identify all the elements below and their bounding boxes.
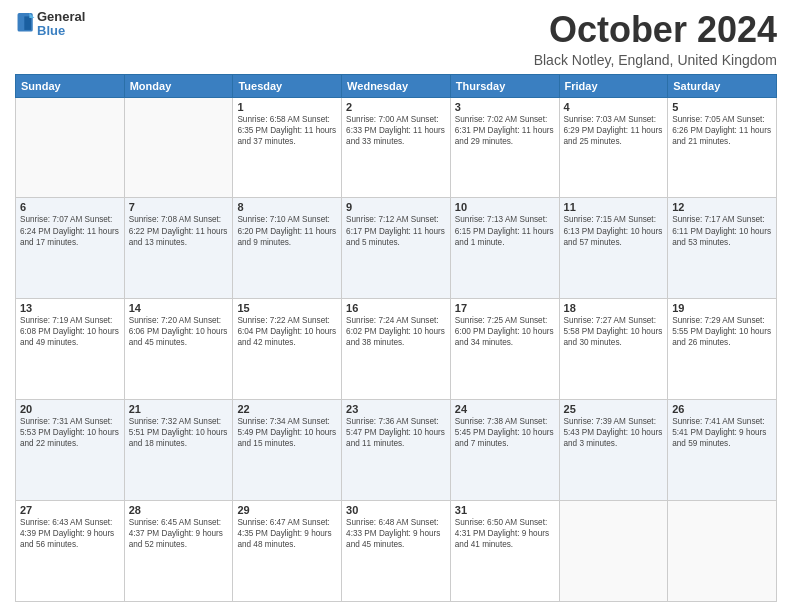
day-number: 20 — [20, 403, 120, 415]
logo: General Blue — [15, 10, 85, 39]
day-number: 13 — [20, 302, 120, 314]
weekday-header-sunday: Sunday — [16, 74, 125, 97]
title-area: October 2024 Black Notley, England, Unit… — [534, 10, 777, 68]
calendar-day-cell — [16, 97, 125, 198]
weekday-header-tuesday: Tuesday — [233, 74, 342, 97]
calendar-table: SundayMondayTuesdayWednesdayThursdayFrid… — [15, 74, 777, 602]
calendar-day-cell: 29Sunrise: 6:47 AM Sunset: 4:35 PM Dayli… — [233, 501, 342, 602]
calendar-day-cell: 17Sunrise: 7:25 AM Sunset: 6:00 PM Dayli… — [450, 299, 559, 400]
day-info: Sunrise: 7:22 AM Sunset: 6:04 PM Dayligh… — [237, 315, 337, 348]
day-number: 11 — [564, 201, 664, 213]
day-info: Sunrise: 7:32 AM Sunset: 5:51 PM Dayligh… — [129, 416, 229, 449]
day-info: Sunrise: 7:24 AM Sunset: 6:02 PM Dayligh… — [346, 315, 446, 348]
weekday-header-saturday: Saturday — [668, 74, 777, 97]
day-info: Sunrise: 6:47 AM Sunset: 4:35 PM Dayligh… — [237, 517, 337, 550]
day-info: Sunrise: 7:19 AM Sunset: 6:08 PM Dayligh… — [20, 315, 120, 348]
calendar-day-cell — [668, 501, 777, 602]
calendar-week-row: 27Sunrise: 6:43 AM Sunset: 4:39 PM Dayli… — [16, 501, 777, 602]
subtitle: Black Notley, England, United Kingdom — [534, 52, 777, 68]
day-info: Sunrise: 7:12 AM Sunset: 6:17 PM Dayligh… — [346, 214, 446, 247]
day-info: Sunrise: 7:39 AM Sunset: 5:43 PM Dayligh… — [564, 416, 664, 449]
weekday-header-thursday: Thursday — [450, 74, 559, 97]
day-info: Sunrise: 7:27 AM Sunset: 5:58 PM Dayligh… — [564, 315, 664, 348]
day-number: 16 — [346, 302, 446, 314]
calendar-day-cell: 13Sunrise: 7:19 AM Sunset: 6:08 PM Dayli… — [16, 299, 125, 400]
day-info: Sunrise: 7:02 AM Sunset: 6:31 PM Dayligh… — [455, 114, 555, 147]
day-number: 12 — [672, 201, 772, 213]
calendar-day-cell: 18Sunrise: 7:27 AM Sunset: 5:58 PM Dayli… — [559, 299, 668, 400]
logo-general: General — [37, 10, 85, 24]
day-info: Sunrise: 7:07 AM Sunset: 6:24 PM Dayligh… — [20, 214, 120, 247]
day-number: 5 — [672, 101, 772, 113]
day-number: 26 — [672, 403, 772, 415]
day-number: 19 — [672, 302, 772, 314]
calendar-day-cell: 27Sunrise: 6:43 AM Sunset: 4:39 PM Dayli… — [16, 501, 125, 602]
calendar-day-cell: 10Sunrise: 7:13 AM Sunset: 6:15 PM Dayli… — [450, 198, 559, 299]
calendar-week-row: 6Sunrise: 7:07 AM Sunset: 6:24 PM Daylig… — [16, 198, 777, 299]
calendar-day-cell — [124, 97, 233, 198]
day-info: Sunrise: 7:34 AM Sunset: 5:49 PM Dayligh… — [237, 416, 337, 449]
day-number: 7 — [129, 201, 229, 213]
day-info: Sunrise: 7:25 AM Sunset: 6:00 PM Dayligh… — [455, 315, 555, 348]
day-number: 17 — [455, 302, 555, 314]
day-info: Sunrise: 7:10 AM Sunset: 6:20 PM Dayligh… — [237, 214, 337, 247]
calendar-day-cell: 22Sunrise: 7:34 AM Sunset: 5:49 PM Dayli… — [233, 400, 342, 501]
calendar-day-cell: 21Sunrise: 7:32 AM Sunset: 5:51 PM Dayli… — [124, 400, 233, 501]
day-number: 28 — [129, 504, 229, 516]
calendar-day-cell: 2Sunrise: 7:00 AM Sunset: 6:33 PM Daylig… — [342, 97, 451, 198]
calendar-header-row: SundayMondayTuesdayWednesdayThursdayFrid… — [16, 74, 777, 97]
day-info: Sunrise: 7:08 AM Sunset: 6:22 PM Dayligh… — [129, 214, 229, 247]
day-number: 1 — [237, 101, 337, 113]
day-number: 9 — [346, 201, 446, 213]
calendar-day-cell: 14Sunrise: 7:20 AM Sunset: 6:06 PM Dayli… — [124, 299, 233, 400]
calendar-day-cell: 26Sunrise: 7:41 AM Sunset: 5:41 PM Dayli… — [668, 400, 777, 501]
day-info: Sunrise: 6:43 AM Sunset: 4:39 PM Dayligh… — [20, 517, 120, 550]
day-number: 24 — [455, 403, 555, 415]
calendar-day-cell: 16Sunrise: 7:24 AM Sunset: 6:02 PM Dayli… — [342, 299, 451, 400]
calendar-day-cell: 9Sunrise: 7:12 AM Sunset: 6:17 PM Daylig… — [342, 198, 451, 299]
calendar-day-cell: 11Sunrise: 7:15 AM Sunset: 6:13 PM Dayli… — [559, 198, 668, 299]
calendar-day-cell — [559, 501, 668, 602]
calendar-day-cell: 1Sunrise: 6:58 AM Sunset: 6:35 PM Daylig… — [233, 97, 342, 198]
calendar-day-cell: 28Sunrise: 6:45 AM Sunset: 4:37 PM Dayli… — [124, 501, 233, 602]
day-info: Sunrise: 7:20 AM Sunset: 6:06 PM Dayligh… — [129, 315, 229, 348]
calendar-day-cell: 25Sunrise: 7:39 AM Sunset: 5:43 PM Dayli… — [559, 400, 668, 501]
day-info: Sunrise: 7:38 AM Sunset: 5:45 PM Dayligh… — [455, 416, 555, 449]
day-info: Sunrise: 6:50 AM Sunset: 4:31 PM Dayligh… — [455, 517, 555, 550]
calendar-day-cell: 5Sunrise: 7:05 AM Sunset: 6:26 PM Daylig… — [668, 97, 777, 198]
calendar-day-cell: 23Sunrise: 7:36 AM Sunset: 5:47 PM Dayli… — [342, 400, 451, 501]
weekday-header-wednesday: Wednesday — [342, 74, 451, 97]
calendar-day-cell: 12Sunrise: 7:17 AM Sunset: 6:11 PM Dayli… — [668, 198, 777, 299]
calendar-day-cell: 30Sunrise: 6:48 AM Sunset: 4:33 PM Dayli… — [342, 501, 451, 602]
logo-blue: Blue — [37, 24, 85, 38]
month-title: October 2024 — [534, 10, 777, 50]
calendar-day-cell: 24Sunrise: 7:38 AM Sunset: 5:45 PM Dayli… — [450, 400, 559, 501]
calendar-day-cell: 20Sunrise: 7:31 AM Sunset: 5:53 PM Dayli… — [16, 400, 125, 501]
calendar-day-cell: 8Sunrise: 7:10 AM Sunset: 6:20 PM Daylig… — [233, 198, 342, 299]
weekday-header-monday: Monday — [124, 74, 233, 97]
calendar-day-cell: 15Sunrise: 7:22 AM Sunset: 6:04 PM Dayli… — [233, 299, 342, 400]
day-number: 15 — [237, 302, 337, 314]
day-info: Sunrise: 6:48 AM Sunset: 4:33 PM Dayligh… — [346, 517, 446, 550]
day-info: Sunrise: 7:31 AM Sunset: 5:53 PM Dayligh… — [20, 416, 120, 449]
day-number: 6 — [20, 201, 120, 213]
svg-marker-1 — [24, 17, 31, 31]
day-info: Sunrise: 7:05 AM Sunset: 6:26 PM Dayligh… — [672, 114, 772, 147]
day-number: 8 — [237, 201, 337, 213]
calendar-week-row: 13Sunrise: 7:19 AM Sunset: 6:08 PM Dayli… — [16, 299, 777, 400]
logo-text: General Blue — [37, 10, 85, 39]
calendar-day-cell: 19Sunrise: 7:29 AM Sunset: 5:55 PM Dayli… — [668, 299, 777, 400]
day-info: Sunrise: 7:03 AM Sunset: 6:29 PM Dayligh… — [564, 114, 664, 147]
header: General Blue October 2024 Black Notley, … — [15, 10, 777, 68]
day-number: 21 — [129, 403, 229, 415]
day-number: 2 — [346, 101, 446, 113]
weekday-header-friday: Friday — [559, 74, 668, 97]
day-number: 29 — [237, 504, 337, 516]
day-number: 25 — [564, 403, 664, 415]
day-info: Sunrise: 7:29 AM Sunset: 5:55 PM Dayligh… — [672, 315, 772, 348]
day-number: 3 — [455, 101, 555, 113]
calendar-day-cell: 6Sunrise: 7:07 AM Sunset: 6:24 PM Daylig… — [16, 198, 125, 299]
day-number: 18 — [564, 302, 664, 314]
day-number: 27 — [20, 504, 120, 516]
day-number: 30 — [346, 504, 446, 516]
